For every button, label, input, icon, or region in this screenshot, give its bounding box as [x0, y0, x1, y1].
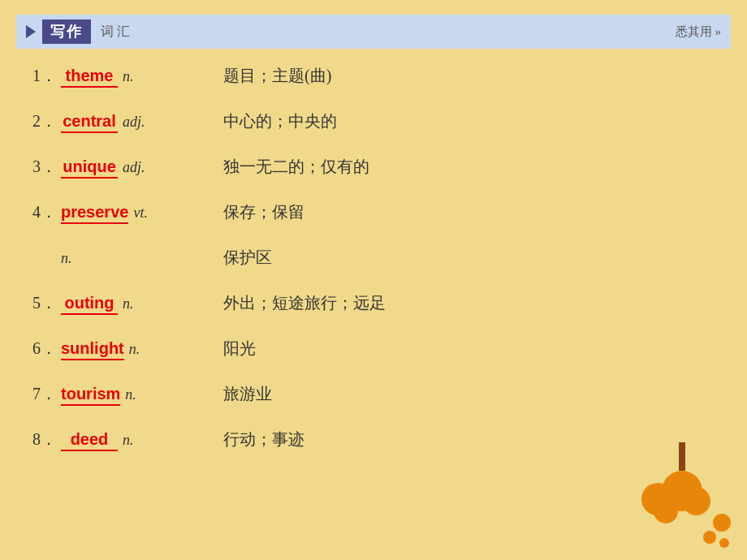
item-number: 5． [32, 292, 61, 314]
item-word: tourism [61, 385, 120, 406]
item-number: 2． [32, 110, 61, 132]
deco-circle-2 [703, 531, 716, 544]
tree-circle-3 [682, 487, 710, 515]
item-meaning: 外出；短途旅行；远足 [223, 292, 715, 314]
item-word-area: centraladj. [61, 112, 223, 133]
item-number: 8． [32, 429, 61, 450]
vocab-item: 5．outingn.外出；短途旅行；远足 [32, 292, 715, 330]
header-right-text: 悉其用 » [676, 24, 721, 40]
arrow-icon [26, 25, 36, 38]
item-word: theme [61, 67, 118, 88]
item-meaning: 保护区 [223, 247, 715, 269]
item-word-area: n. [61, 250, 223, 267]
item-meaning: 中心的；中央的 [223, 110, 715, 132]
tree-decoration [633, 471, 731, 552]
item-meaning: 旅游业 [223, 383, 715, 405]
item-word: unique [61, 157, 118, 179]
item-word-area: outingn. [61, 294, 223, 315]
vocab-item: 8．deedn.行动；事迹 [32, 429, 715, 466]
deco-circle-1 [713, 514, 731, 532]
item-meaning: 保存；保留 [223, 201, 715, 223]
vocab-item: 2．centraladj.中心的；中央的 [32, 110, 715, 148]
item-pos: n. [61, 250, 72, 267]
item-word: central [61, 112, 118, 133]
item-word-area: uniqueadj. [61, 157, 223, 179]
item-pos: adj. [123, 159, 145, 176]
item-meaning: 题目；主题(曲) [223, 65, 715, 87]
vocab-item: 7．tourismn.旅游业 [32, 383, 715, 420]
item-meaning: 阳光 [223, 338, 715, 360]
header-title: 写作 [42, 19, 91, 44]
item-word-area: tourismn. [61, 385, 223, 406]
item-word-area: sunlightn. [61, 339, 223, 360]
item-number: 6． [32, 338, 61, 360]
item-pos: n. [129, 341, 140, 358]
vocab-item: 6．sunlightn.阳光 [32, 338, 715, 375]
item-pos: n. [123, 432, 134, 449]
item-pos: n. [123, 295, 134, 312]
vocab-item: n.保护区 [32, 247, 715, 284]
header-subtitle: 词汇 [101, 24, 133, 41]
item-word-area: deedn. [61, 430, 223, 451]
header-left: 写作 词汇 [26, 19, 133, 44]
item-number: 4． [32, 201, 61, 223]
deco-circle-3 [719, 538, 729, 548]
item-word-area: themen. [61, 67, 223, 88]
vocab-content: 1．themen.题目；主题(曲)2．centraladj.中心的；中央的3．u… [0, 57, 747, 482]
item-meaning: 行动；事迹 [223, 429, 715, 450]
vocab-item: 3．uniqueadj.独一无二的；仅有的 [32, 156, 715, 193]
item-word: outing [61, 294, 118, 315]
item-pos: vt. [133, 205, 148, 222]
item-word-area: preservevt. [61, 203, 223, 224]
item-meaning: 独一无二的；仅有的 [223, 156, 715, 178]
item-pos: n. [125, 386, 136, 403]
item-number: 3． [32, 156, 61, 178]
vocab-item: 1．themen.题目；主题(曲) [32, 65, 715, 102]
item-pos: adj. [123, 114, 145, 131]
item-pos: n. [123, 68, 134, 85]
header: 写作 词汇 悉其用 » [16, 15, 731, 49]
item-number: 7． [32, 383, 61, 405]
item-number: 1． [32, 65, 61, 87]
item-word: sunlight [61, 339, 124, 360]
tree-trunk [679, 442, 685, 471]
item-word: deed [61, 430, 118, 451]
tree-circle-4 [654, 499, 678, 523]
item-word: preserve [61, 203, 128, 224]
vocab-item: 4．preservevt.保存；保留 [32, 201, 715, 239]
